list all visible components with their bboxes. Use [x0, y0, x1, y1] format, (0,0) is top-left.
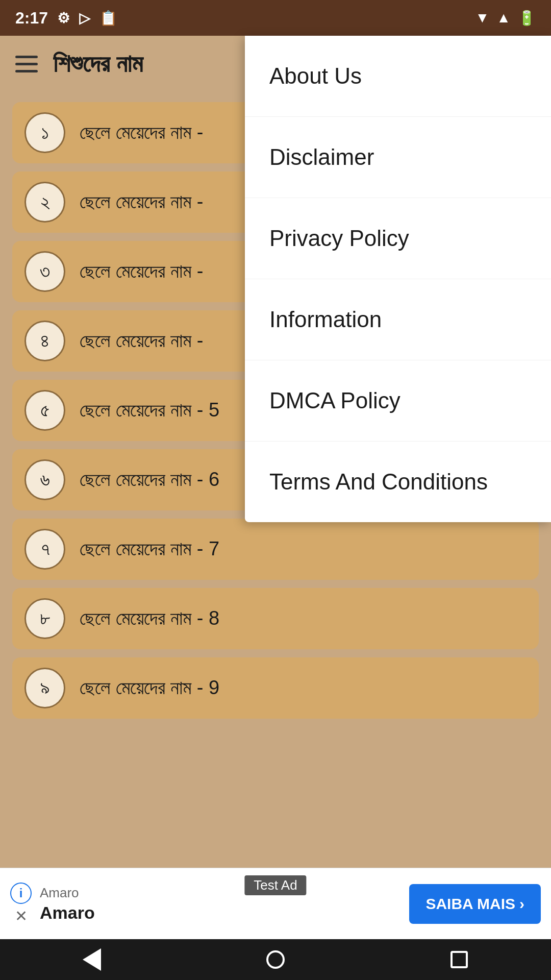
ad-close-button[interactable]: ✕: [15, 907, 28, 925]
status-right: ▼ ▲ 🔋: [475, 10, 536, 27]
dropdown-item-dmca-policy[interactable]: DMCA Policy: [245, 360, 551, 442]
ad-cta-button[interactable]: SAIBA MAIS ›: [409, 884, 541, 924]
dropdown-item-terms-and-conditions[interactable]: Terms And Conditions: [245, 442, 551, 522]
ad-cta-label: SAIBA MAIS: [425, 895, 515, 913]
battery-icon: 🔋: [518, 10, 536, 27]
ad-brand-small: Amaro: [40, 885, 401, 901]
dropdown-item-about-us[interactable]: About Us: [245, 36, 551, 117]
hamburger-menu-button[interactable]: [15, 56, 38, 72]
ad-label: Test Ad: [244, 875, 306, 895]
home-button[interactable]: [260, 944, 291, 975]
recents-icon: [450, 951, 468, 968]
settings-icon: ⚙: [57, 10, 70, 27]
clipboard-icon: 📋: [99, 10, 117, 27]
back-button[interactable]: [77, 944, 107, 975]
hamburger-line-2: [15, 63, 38, 65]
ad-brand-large: Amaro: [40, 903, 401, 923]
hamburger-line-1: [15, 56, 38, 58]
play-icon: ▷: [79, 10, 90, 27]
ad-cta-arrow: ›: [519, 895, 524, 913]
dropdown-item-disclaimer[interactable]: Disclaimer: [245, 117, 551, 198]
signal-icon: ▲: [496, 10, 511, 26]
ad-info-icon: i: [10, 883, 32, 904]
dropdown-item-privacy-policy[interactable]: Privacy Policy: [245, 198, 551, 279]
hamburger-line-3: [15, 70, 38, 72]
status-left: 2:17 ⚙ ▷ 📋: [15, 9, 117, 28]
app-title: শিশুদের নাম: [53, 50, 143, 79]
back-icon: [83, 948, 101, 971]
recents-button[interactable]: [444, 944, 474, 975]
ad-text-block: Amaro Amaro: [40, 885, 401, 923]
home-icon: [266, 950, 285, 969]
dropdown-menu: About UsDisclaimerPrivacy PolicyInformat…: [245, 36, 551, 522]
wifi-icon: ▼: [475, 10, 490, 26]
ad-banner: i ✕ Amaro Amaro Test Ad SAIBA MAIS ›: [0, 868, 551, 939]
dropdown-item-information[interactable]: Information: [245, 279, 551, 360]
status-bar: 2:17 ⚙ ▷ 📋 ▼ ▲ 🔋: [0, 0, 551, 36]
status-time: 2:17: [15, 9, 48, 28]
bottom-navigation: [0, 939, 551, 980]
